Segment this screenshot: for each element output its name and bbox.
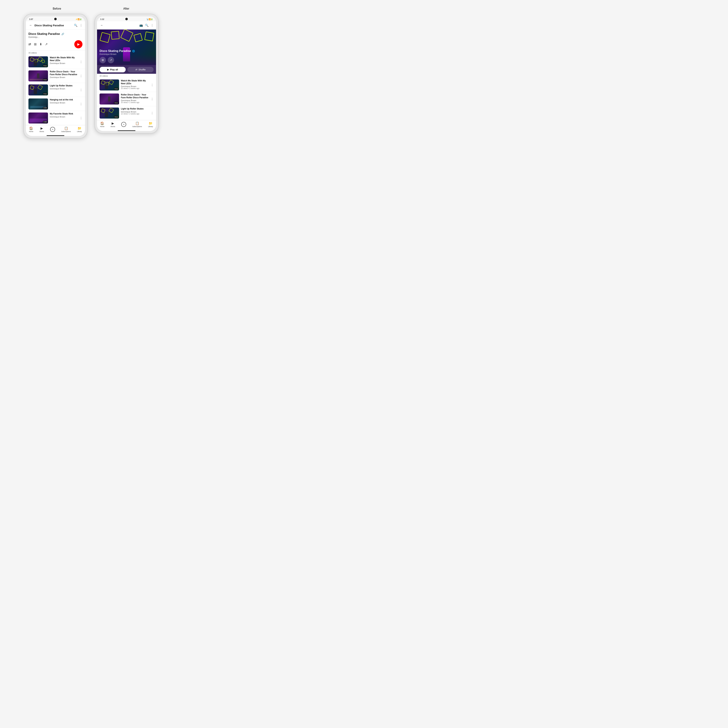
after-video-meta-3: 12 views • 2 weeks ago (121, 113, 149, 115)
before-video-title-4: Hanging out at the rink (50, 98, 78, 101)
before-subscriptions-label: Subscriptions (61, 131, 71, 132)
after-more-btn-1[interactable]: ⋮ (151, 83, 154, 87)
before-more-btn-3[interactable]: ⋮ (80, 88, 83, 92)
before-video-title-1: Watch Me Skate With My New LEDs (50, 57, 78, 62)
neon-shape (101, 109, 106, 113)
before-video-author-2: Dominique Brown (50, 76, 78, 78)
before-nav-library[interactable]: 📁 Library (77, 126, 82, 132)
before-top-nav: ← Disco Skating Paradise 🔍 ⋮ (26, 21, 85, 29)
before-nav-shorts[interactable]: ▶ Shorts (40, 126, 44, 132)
before-video-title-2: Roller Disco Oasis - Your Fave Roller Di… (50, 70, 78, 76)
after-video-info-2: Roller Disco Oasis - Your Fave Roller Di… (121, 93, 149, 104)
after-play-all-label: Play all (110, 68, 118, 71)
after-video-count: 15 videos (97, 74, 156, 78)
neon-shape (109, 108, 114, 113)
after-subscriptions-label: Subscriptions (132, 125, 142, 127)
after-play-all-button[interactable]: ▶ Play all (99, 67, 125, 72)
after-video-meta-1: 15 views • 2 weeks ago (121, 87, 149, 89)
before-more-icon[interactable]: ⋮ (80, 24, 83, 27)
figure (105, 112, 108, 117)
after-back-button[interactable]: ← (99, 23, 104, 28)
before-more-btn-1[interactable]: ⋮ (80, 60, 83, 64)
after-nav-home[interactable]: 🏠 Home (100, 121, 104, 127)
after-video-item-3[interactable]: 0:11 Light Up Roller Skates Dominique Br… (97, 106, 156, 120)
after-label: After (123, 7, 129, 10)
after-duration-3: 0:11 (114, 116, 118, 118)
before-camera-notch (54, 18, 57, 20)
after-search-icon[interactable]: 🔍 (145, 24, 148, 27)
before-playlist-actions: ⇄ ⊞ ⬇ ↗ ▶ (28, 40, 83, 48)
after-video-info-1: Watch Me Skate With My New LEDs Dominiqu… (121, 80, 149, 89)
after-nav-create[interactable]: + (121, 122, 126, 127)
after-shuffle-label: Shuffle (138, 68, 145, 71)
figure (34, 89, 37, 94)
before-search-icon[interactable]: 🔍 (74, 24, 78, 27)
before-video-item-2[interactable]: 0:11 Roller Disco Oasis - Your Fave Roll… (26, 69, 85, 83)
after-nav-subscriptions[interactable]: 📋 Subscriptions (132, 121, 142, 127)
before-link-icon: 🔗 (61, 33, 64, 35)
before-back-button[interactable]: ← (28, 23, 33, 28)
after-share-btn[interactable]: ↗ (108, 57, 114, 63)
after-video-title-3: Light Up Roller Skates (121, 107, 149, 110)
after-duration-1: 0:11 (114, 88, 118, 90)
before-video-info-5: My Favorite Skate Rink Dominique Brown (50, 113, 78, 118)
before-thumb-5: 0:09 (28, 113, 48, 124)
after-nav-library[interactable]: 📁 Library (148, 121, 153, 127)
before-play-fab[interactable]: ▶ (74, 40, 83, 48)
before-create-icon: + (50, 127, 55, 132)
before-nav-create[interactable]: + (50, 127, 55, 132)
after-play-icon: ▶ (107, 68, 109, 71)
before-status-icons: ⚡📶🔋 (75, 18, 82, 20)
after-thumb-3: 0:11 (99, 107, 119, 119)
after-video-item-2[interactable]: 0:11 Roller Disco Oasis - Your Fave Roll… (97, 92, 156, 106)
after-video-author-1: Dominique Brown (121, 85, 149, 87)
after-more-btn-3[interactable]: ⋮ (151, 112, 154, 115)
after-video-item-1[interactable]: 0:11 Watch Me Skate With My New LEDs Dom… (97, 78, 156, 92)
after-duration-2: 0:11 (114, 102, 118, 104)
before-battery-icon: ⚡📶🔋 (75, 18, 82, 20)
after-more-icon[interactable]: ⋮ (151, 24, 154, 27)
after-create-icon: + (121, 122, 126, 127)
hero-neon-4 (133, 33, 142, 42)
hero-neon-2 (111, 31, 119, 40)
after-shorts-label: Shorts (110, 125, 115, 127)
before-nav-subscriptions[interactable]: 📋 Subscriptions (61, 126, 71, 132)
before-video-item-4[interactable]: 0:03 Hanging out at the rink Dominique B… (26, 97, 85, 111)
before-video-author-3: Dominique Brown (50, 88, 78, 90)
hero-neon-5 (144, 31, 154, 41)
after-video-title-1: Watch Me Skate With My New LEDs (121, 80, 149, 85)
neon-shape (30, 85, 34, 90)
before-playlist-author: Dominiqu… (28, 36, 83, 38)
after-library-label: Library (148, 125, 153, 127)
after-play-all-area: ▶ Play all ⇄ Shuffle (97, 65, 156, 74)
after-cast-icon[interactable]: 📺 (139, 24, 143, 27)
before-nav-home[interactable]: 🏠 Home (29, 126, 33, 132)
after-video-author-3: Dominique Brown (121, 111, 149, 113)
figure (34, 61, 37, 66)
before-video-item-3[interactable]: 0:11 Light Up Roller Skates Dominique Br… (26, 83, 85, 97)
before-more-btn-2[interactable]: ⋮ (80, 74, 83, 78)
after-globe-icon: 🌐 (132, 50, 135, 52)
before-video-info-2: Roller Disco Oasis - Your Fave Roller Di… (50, 70, 78, 78)
after-save-btn[interactable]: ⊞ (99, 57, 106, 63)
before-shorts-icon: ▶ (41, 126, 43, 130)
before-add-queue-icon[interactable]: ⊞ (34, 42, 37, 46)
before-more-btn-4[interactable]: ⋮ (80, 102, 83, 106)
after-save-icon: ⊞ (102, 58, 104, 62)
before-share-icon[interactable]: ↗ (45, 42, 47, 46)
after-shuffle-button[interactable]: ⇄ Shuffle (127, 67, 154, 72)
before-video-item-5[interactable]: 0:09 My Favorite Skate Rink Dominique Br… (26, 111, 85, 125)
after-status-bar: 1:12 📡📶🔋 (97, 16, 156, 21)
before-shuffle-icon[interactable]: ⇄ (28, 42, 31, 46)
after-thumb-1: 0:11 (99, 80, 119, 90)
before-download-icon[interactable]: ⬇ (40, 42, 42, 46)
before-status-bar: 1:07 ⚡📶🔋 (26, 16, 85, 21)
after-status-icons: 📡📶🔋 (147, 18, 153, 20)
before-video-item-1[interactable]: 0:11 Watch Me Skate With My New LEDs Dom… (26, 55, 85, 69)
before-video-author-4: Dominique Brown (50, 102, 78, 104)
after-shorts-icon: ▶ (112, 121, 114, 125)
after-more-btn-2[interactable]: ⋮ (151, 97, 154, 101)
after-bottom-bar (118, 130, 135, 131)
before-more-btn-5[interactable]: ⋮ (80, 116, 83, 120)
after-nav-shorts[interactable]: ▶ Shorts (110, 121, 115, 127)
